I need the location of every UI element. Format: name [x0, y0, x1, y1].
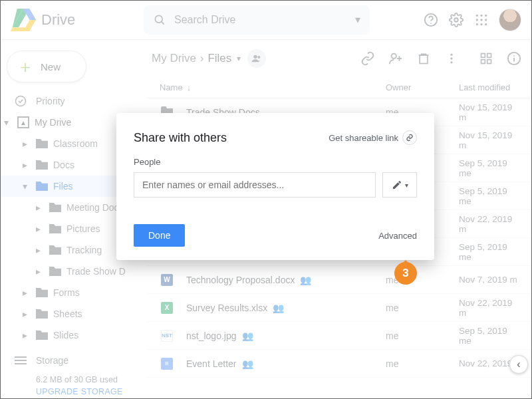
permission-dropdown[interactable]: ▾ — [382, 172, 417, 198]
advanced-link[interactable]: Advanced — [378, 231, 417, 241]
dialog-title: Share with others — [134, 131, 227, 145]
people-input[interactable] — [134, 172, 376, 198]
people-label: People — [134, 157, 417, 167]
tutorial-hint-badge: 3 — [394, 262, 417, 285]
caret-down-icon: ▾ — [405, 182, 408, 189]
share-dialog: Share with others Get shareable link Peo… — [116, 113, 434, 260]
done-button[interactable]: Done — [134, 224, 185, 247]
side-panel-toggle[interactable]: ‹ — [509, 355, 528, 374]
get-shareable-link[interactable]: Get shareable link — [329, 130, 417, 145]
link-icon — [402, 130, 417, 145]
shareable-link-label: Get shareable link — [329, 133, 398, 143]
